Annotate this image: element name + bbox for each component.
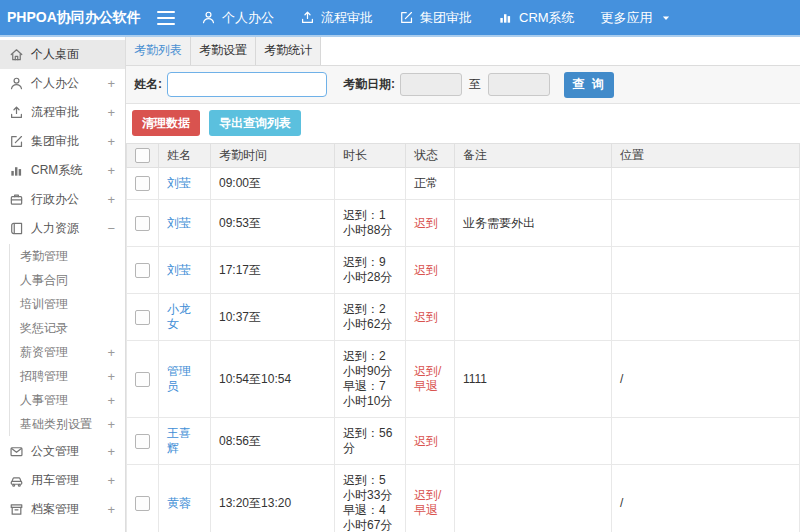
- date-from-input[interactable]: [400, 73, 462, 96]
- nav-item-workflow-approval[interactable]: 流程审批: [300, 9, 373, 27]
- expand-icon[interactable]: +: [107, 369, 115, 384]
- row-checkbox[interactable]: [135, 434, 150, 449]
- sidebar-sub-rewards[interactable]: 奖惩记录: [20, 316, 125, 340]
- sidebar-item-admin-office[interactable]: 行政办公+: [0, 185, 125, 214]
- table-header-row: 姓名考勤时间时长状态备注位置: [127, 144, 800, 168]
- sidebar-item-desktop[interactable]: 个人桌面: [0, 40, 125, 69]
- cell-name: 刘莹: [159, 168, 211, 200]
- sidebar-item-project[interactable]: 项目管理+: [0, 524, 125, 532]
- row-checkbox[interactable]: [135, 496, 150, 511]
- briefcase-icon: [9, 192, 24, 207]
- row-checkbox[interactable]: [135, 176, 150, 191]
- sidebar-item-personal-office[interactable]: 个人办公+: [0, 69, 125, 98]
- expand-icon[interactable]: +: [107, 105, 115, 120]
- employee-name-link[interactable]: 管理员: [167, 364, 191, 393]
- sidebar-item-workflow-approval[interactable]: 流程审批+: [0, 98, 125, 127]
- chart-icon: [9, 163, 24, 178]
- sidebar-item-group-approval[interactable]: 集团审批+: [0, 127, 125, 156]
- cell-time: 17:17至: [211, 247, 335, 294]
- attendance-table: 姓名考勤时间时长状态备注位置 刘莹09:00至正常刘莹09:53至迟到：1小时8…: [126, 143, 800, 532]
- expand-icon[interactable]: +: [107, 502, 115, 517]
- nav-item-crm[interactable]: CRM系统: [498, 9, 575, 27]
- toolbar: 清理数据 导出查询列表: [126, 104, 800, 143]
- app-logo[interactable]: PHPOA协同办公软件: [0, 9, 157, 27]
- expand-icon[interactable]: +: [107, 134, 115, 149]
- status-badge: 迟到: [414, 216, 438, 230]
- nav-item-more-apps[interactable]: 更多应用: [601, 9, 671, 27]
- export-list-button[interactable]: 导出查询列表: [209, 110, 301, 136]
- employee-name-link[interactable]: 刘莹: [167, 176, 191, 190]
- row-checkbox[interactable]: [135, 216, 150, 231]
- nav-item-label: 个人办公: [222, 9, 274, 27]
- query-button[interactable]: 查 询: [564, 72, 614, 98]
- tab-attendance-setup[interactable]: 考勤设置: [191, 37, 256, 65]
- sidebar-item-archive[interactable]: 档案管理+: [0, 495, 125, 524]
- sidebar-sub-attendance[interactable]: 考勤管理: [20, 244, 125, 268]
- table-row: 刘莹09:00至正常: [127, 168, 800, 200]
- cell-name: 刘莹: [159, 247, 211, 294]
- sidebar-item-label: 集团审批: [31, 133, 107, 150]
- workflow-icon: [9, 105, 24, 120]
- status-badge: 迟到/早退: [414, 488, 441, 517]
- sidebar-item-hr[interactable]: 人力资源−: [0, 214, 125, 243]
- expand-icon[interactable]: +: [107, 444, 115, 459]
- row-checkbox[interactable]: [135, 310, 150, 325]
- date-label: 考勤日期:: [343, 76, 395, 93]
- cell-time: 09:00至: [211, 168, 335, 200]
- tab-attendance-stats[interactable]: 考勤统计: [256, 37, 321, 65]
- sidebar-sub-salary[interactable]: 薪资管理+: [20, 340, 125, 364]
- cell-status: 迟到: [406, 247, 455, 294]
- expand-icon[interactable]: +: [107, 192, 115, 207]
- column-header: 考勤时间: [211, 144, 335, 168]
- nav-item-personal-office[interactable]: 个人办公: [201, 9, 274, 27]
- collapse-icon[interactable]: −: [107, 221, 115, 236]
- cell-remark: [455, 294, 612, 341]
- expand-icon[interactable]: +: [107, 163, 115, 178]
- sidebar-sub-hr-contract[interactable]: 人事合同: [20, 268, 125, 292]
- cell-time: 10:37至: [211, 294, 335, 341]
- cell-status: 迟到: [406, 200, 455, 247]
- expand-icon[interactable]: +: [107, 417, 115, 432]
- cell-name: 刘莹: [159, 200, 211, 247]
- row-checkbox[interactable]: [135, 263, 150, 278]
- date-to-input[interactable]: [488, 73, 550, 96]
- cell-time: 10:54至10:54: [211, 341, 335, 418]
- nav-item-group-approval[interactable]: 集团审批: [399, 9, 472, 27]
- row-checkbox[interactable]: [135, 372, 150, 387]
- app-window: PHPOA协同办公软件 个人办公流程审批集团审批CRM系统更多应用 个人桌面个人…: [0, 0, 800, 532]
- table-row: 刘莹09:53至迟到：1小时88分迟到业务需要外出: [127, 200, 800, 247]
- sidebar-sub-personnel[interactable]: 人事管理+: [20, 388, 125, 412]
- expand-icon[interactable]: +: [107, 473, 115, 488]
- sidebar-sub-base-category[interactable]: 基础类别设置+: [20, 412, 125, 436]
- sidebar-sub-recruitment[interactable]: 招聘管理+: [20, 364, 125, 388]
- sidebar-item-crm[interactable]: CRM系统+: [0, 156, 125, 185]
- sidebar-item-documents[interactable]: 公文管理+: [0, 437, 125, 466]
- employee-name-link[interactable]: 黄蓉: [167, 496, 191, 510]
- sidebar-item-label: 人力资源: [31, 220, 107, 237]
- sidebar-item-vehicle[interactable]: 用车管理+: [0, 466, 125, 495]
- sidebar-sub-label: 考勤管理: [20, 248, 115, 265]
- cell-checkbox: [127, 168, 159, 200]
- employee-name-link[interactable]: 刘莹: [167, 216, 191, 230]
- clear-data-button[interactable]: 清理数据: [132, 110, 200, 136]
- cell-duration: 迟到：56分: [335, 418, 406, 465]
- sidebar-sub-training[interactable]: 培训管理: [20, 292, 125, 316]
- employee-name-link[interactable]: 小龙女: [167, 302, 191, 331]
- archive-icon: [9, 502, 24, 517]
- menu-toggle-button[interactable]: [157, 11, 175, 25]
- select-all-checkbox[interactable]: [135, 148, 150, 163]
- name-input[interactable]: [167, 72, 327, 97]
- expand-icon[interactable]: +: [107, 76, 115, 91]
- top-menu: 个人办公流程审批集团审批CRM系统更多应用: [201, 9, 671, 27]
- cell-checkbox: [127, 200, 159, 247]
- mail-icon: [9, 444, 24, 459]
- cell-checkbox: [127, 465, 159, 532]
- employee-name-link[interactable]: 王喜辉: [167, 426, 191, 455]
- sidebar-sub-label: 人事合同: [20, 272, 115, 289]
- sidebar-sub-label: 招聘管理: [20, 368, 107, 385]
- expand-icon[interactable]: +: [107, 345, 115, 360]
- employee-name-link[interactable]: 刘莹: [167, 263, 191, 277]
- main-content: 考勤列表考勤设置考勤统计 姓名: 考勤日期: 至 查 询 清理数据 导出查询列表…: [126, 37, 800, 532]
- tab-attendance-list[interactable]: 考勤列表: [126, 37, 191, 65]
- expand-icon[interactable]: +: [107, 393, 115, 408]
